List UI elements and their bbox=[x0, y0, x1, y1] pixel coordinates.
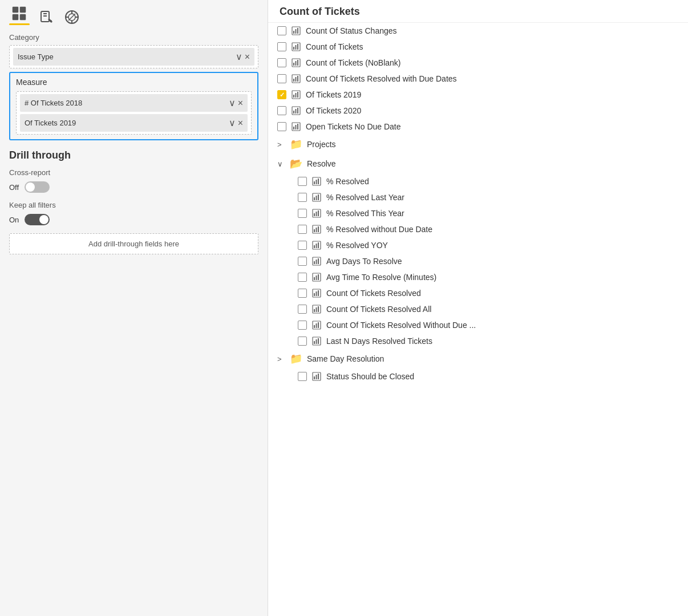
field-name: Avg Days To Resolve bbox=[326, 257, 402, 266]
field-row[interactable]: Count Of Tickets Resolved bbox=[268, 285, 688, 301]
chevron-icon[interactable]: > bbox=[277, 140, 285, 149]
field-row[interactable]: % Resolved without Due Date bbox=[268, 221, 688, 237]
measure-section: Measure # Of Tickets 2018 ∨ × Of Tickets… bbox=[9, 72, 258, 140]
measure-field-2-label: Of Tickets 2019 bbox=[25, 119, 229, 127]
checkbox[interactable] bbox=[298, 225, 307, 234]
measure-field-icon bbox=[311, 336, 322, 346]
field-row[interactable]: Count of Tickets (NoBlank) bbox=[268, 55, 688, 71]
checkbox[interactable] bbox=[277, 122, 286, 131]
measure-field-icon bbox=[311, 371, 322, 382]
checkbox[interactable] bbox=[298, 257, 307, 266]
svg-rect-18 bbox=[297, 28, 298, 34]
field-row[interactable]: % Resolved bbox=[268, 173, 688, 189]
field-name: % Resolved Last Year bbox=[326, 193, 404, 202]
chevron-down-icon[interactable]: ∨ bbox=[229, 117, 236, 128]
field-row[interactable]: Avg Days To Resolve bbox=[268, 253, 688, 269]
folder-name: Projects bbox=[307, 140, 336, 149]
svg-rect-78 bbox=[318, 306, 319, 312]
folder-row[interactable]: ∨📂Resolve bbox=[268, 154, 688, 173]
measure-field-icon bbox=[311, 304, 322, 314]
close-icon[interactable]: × bbox=[245, 52, 250, 62]
field-row[interactable]: Status Should be Closed bbox=[268, 368, 688, 384]
close-icon[interactable]: × bbox=[238, 118, 243, 128]
field-row[interactable]: Count Of Tickets Resolved Without Due ..… bbox=[268, 317, 688, 333]
svg-rect-66 bbox=[318, 258, 319, 264]
svg-rect-30 bbox=[297, 76, 298, 82]
svg-rect-24 bbox=[293, 63, 294, 66]
paint-icon[interactable] bbox=[39, 9, 55, 25]
svg-rect-2 bbox=[13, 14, 18, 20]
keep-filters-label: Keep all filters bbox=[9, 201, 258, 209]
checkbox[interactable] bbox=[298, 241, 307, 250]
field-row[interactable]: % Resolved This Year bbox=[268, 205, 688, 221]
svg-rect-17 bbox=[296, 29, 297, 34]
chevron-down-icon[interactable]: ∨ bbox=[236, 51, 242, 62]
on-label: On bbox=[9, 216, 19, 224]
measure-field-1-icons: ∨ × bbox=[229, 98, 243, 108]
checkbox[interactable] bbox=[298, 337, 307, 346]
issue-type-field[interactable]: Issue Type ∨ × bbox=[13, 48, 254, 66]
svg-rect-77 bbox=[316, 307, 317, 312]
field-row[interactable]: Count Of Status Changes bbox=[268, 23, 688, 39]
field-name: Count Of Status Changes bbox=[306, 26, 397, 35]
checkbox[interactable] bbox=[298, 273, 307, 282]
issue-type-icons: ∨ × bbox=[236, 51, 250, 62]
checkbox[interactable] bbox=[298, 372, 307, 381]
field-row[interactable]: % Resolved Last Year bbox=[268, 189, 688, 205]
svg-rect-38 bbox=[297, 108, 298, 114]
field-name: Open Tickets No Due Date bbox=[306, 122, 401, 131]
add-drill-through-button[interactable]: Add drill-through fields here bbox=[9, 233, 258, 254]
close-icon[interactable]: × bbox=[238, 98, 243, 108]
cross-report-toggle[interactable] bbox=[25, 181, 50, 193]
checkbox[interactable] bbox=[298, 177, 307, 186]
measure-field-icon bbox=[311, 192, 322, 202]
folder-row[interactable]: >📁Same Day Resolution bbox=[268, 349, 688, 368]
grid-icon[interactable] bbox=[9, 6, 30, 25]
chevron-icon[interactable]: > bbox=[277, 355, 285, 363]
checkbox[interactable] bbox=[277, 74, 286, 83]
checkbox[interactable] bbox=[298, 209, 307, 218]
cross-report-label: Cross-report bbox=[9, 168, 258, 177]
checkbox[interactable] bbox=[277, 90, 286, 99]
filter-icon[interactable] bbox=[64, 9, 80, 25]
measure-field-icon bbox=[311, 176, 322, 187]
field-row[interactable]: Count of Tickets bbox=[268, 39, 688, 55]
checkbox[interactable] bbox=[298, 193, 307, 202]
svg-rect-41 bbox=[296, 125, 297, 129]
svg-point-7 bbox=[50, 20, 52, 22]
svg-rect-53 bbox=[316, 212, 317, 216]
field-row[interactable]: % Resolved YOY bbox=[268, 237, 688, 253]
field-row[interactable]: Avg Time To Resolve (Minutes) bbox=[268, 269, 688, 285]
field-row[interactable]: Open Tickets No Due Date bbox=[268, 119, 688, 135]
field-row[interactable]: Count Of Tickets Resolved All bbox=[268, 301, 688, 317]
keep-filters-toggle-row: On bbox=[9, 214, 258, 225]
checkbox[interactable] bbox=[298, 305, 307, 314]
svg-rect-56 bbox=[314, 229, 315, 232]
field-row[interactable]: Count Of Tickets Resolved with Due Dates bbox=[268, 71, 688, 87]
checkbox[interactable] bbox=[277, 106, 286, 115]
svg-rect-52 bbox=[314, 213, 315, 216]
svg-rect-85 bbox=[316, 339, 317, 344]
measure-field-2[interactable]: Of Tickets 2019 ∨ × bbox=[20, 114, 248, 132]
checkbox[interactable] bbox=[298, 321, 307, 330]
checkbox[interactable] bbox=[277, 26, 286, 35]
cross-report-toggle-row: Off bbox=[9, 181, 258, 193]
field-row[interactable]: Of Tickets 2020 bbox=[268, 103, 688, 119]
checkbox[interactable] bbox=[298, 289, 307, 298]
svg-rect-37 bbox=[296, 109, 297, 114]
checkbox[interactable] bbox=[277, 58, 286, 67]
field-row[interactable]: Last N Days Resolved Tickets bbox=[268, 333, 688, 349]
checkbox[interactable] bbox=[277, 42, 286, 51]
chevron-down-icon[interactable]: ∨ bbox=[229, 98, 236, 108]
right-panel: Count of Tickets Count Of Status Changes… bbox=[268, 0, 688, 616]
keep-filters-toggle[interactable] bbox=[25, 214, 50, 225]
measure-field-1[interactable]: # Of Tickets 2018 ∨ × bbox=[20, 94, 248, 112]
svg-rect-50 bbox=[318, 194, 319, 200]
category-label: Category bbox=[9, 33, 258, 42]
field-row[interactable]: Of Tickets 2019 bbox=[268, 87, 688, 103]
folder-row[interactable]: >📁Projects bbox=[268, 135, 688, 154]
svg-rect-22 bbox=[297, 44, 298, 50]
chevron-icon[interactable]: ∨ bbox=[277, 160, 285, 168]
field-name: Count Of Tickets Resolved bbox=[326, 289, 421, 298]
svg-rect-26 bbox=[297, 60, 298, 66]
